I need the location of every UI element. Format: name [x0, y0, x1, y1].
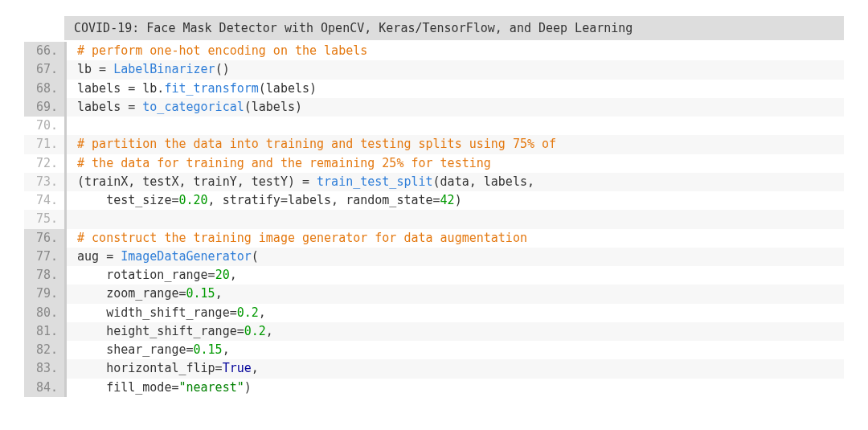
- code-token: (: [252, 249, 259, 264]
- code-token: labels = lb.: [77, 81, 164, 96]
- code-token: 0.2: [237, 305, 259, 320]
- code-content[interactable]: (trainX, testX, trainY, testY) = train_t…: [64, 173, 844, 191]
- code-line: 78. rotation_range=20,: [24, 266, 844, 285]
- code-token: 0.15: [186, 286, 215, 301]
- code-token: (trainX, testX, trainY, testY) =: [77, 174, 317, 189]
- code-token: 0.2: [244, 324, 266, 338]
- code-line: 66. # perform one-hot encoding on the la…: [24, 42, 844, 60]
- code-content[interactable]: zoom_range=0.15,: [64, 285, 844, 303]
- code-token: LabelBinarizer: [113, 62, 215, 76]
- code-line: 69. labels = to_categorical(labels): [24, 98, 844, 117]
- line-number: 78.: [24, 266, 64, 285]
- code-token: "nearest": [178, 380, 244, 395]
- code-token: # construct the training image generator…: [77, 231, 527, 245]
- code-block[interactable]: 66. # perform one-hot encoding on the la…: [24, 42, 844, 397]
- code-token: (data, labels,: [433, 174, 534, 189]
- code-content[interactable]: shear_range=0.15,: [64, 341, 844, 359]
- code-token: (labels): [259, 81, 317, 96]
- code-token: ,: [223, 342, 230, 357]
- code-token: shear_range=: [77, 342, 194, 357]
- code-line: 77. aug = ImageDataGenerator(: [24, 248, 844, 266]
- line-number: 75.: [24, 210, 64, 228]
- code-token: aug =: [77, 249, 121, 264]
- code-token: to_categorical: [142, 100, 244, 114]
- code-line: 74. test_size=0.20, stratify=labels, ran…: [24, 191, 844, 210]
- code-content[interactable]: labels = lb.fit_transform(labels): [64, 80, 844, 98]
- code-content[interactable]: test_size=0.20, stratify=labels, random_…: [64, 191, 844, 210]
- code-token: 0.15: [194, 342, 223, 357]
- code-token: ,: [215, 286, 223, 301]
- code-token: (): [215, 62, 230, 76]
- line-number: 72.: [24, 154, 64, 173]
- line-number: 66.: [24, 42, 64, 60]
- code-content[interactable]: # construct the training image generator…: [64, 229, 844, 248]
- code-token: 42: [440, 193, 455, 207]
- line-number: 74.: [24, 191, 64, 210]
- code-token: # perform one-hot encoding on the labels: [77, 43, 367, 58]
- line-number: 76.: [24, 229, 64, 248]
- code-token: ,: [259, 305, 266, 320]
- code-token: ,: [266, 324, 273, 338]
- code-content[interactable]: lb = LabelBinarizer(): [64, 60, 844, 79]
- code-line: 82. shear_range=0.15,: [24, 341, 844, 359]
- code-content[interactable]: [64, 210, 844, 228]
- code-token: fit_transform: [164, 81, 258, 96]
- code-line: 73. (trainX, testX, trainY, testY) = tra…: [24, 173, 844, 191]
- code-line: 83. horizontal_flip=True,: [24, 359, 844, 378]
- code-token: train_test_split: [317, 174, 433, 189]
- code-title-text: COVID-19: Face Mask Detector with OpenCV…: [74, 21, 633, 35]
- code-content[interactable]: [64, 117, 844, 135]
- code-token: ): [455, 193, 462, 207]
- code-token: test_size=: [77, 193, 178, 207]
- code-token: horizontal_flip=: [77, 361, 223, 375]
- code-token: width_shift_range=: [77, 305, 237, 320]
- line-number: 69.: [24, 98, 64, 117]
- code-token: lb =: [77, 62, 113, 76]
- code-content[interactable]: # perform one-hot encoding on the labels: [64, 42, 844, 60]
- code-line: 81. height_shift_range=0.2,: [24, 322, 844, 341]
- code-line: 67. lb = LabelBinarizer(): [24, 60, 844, 79]
- line-number: 84.: [24, 379, 64, 397]
- line-number: 83.: [24, 359, 64, 378]
- code-line: 71. # partition the data into training a…: [24, 135, 844, 154]
- code-content[interactable]: fill_mode="nearest"): [64, 379, 844, 397]
- code-token: ,: [252, 361, 259, 375]
- code-token: labels =: [77, 100, 142, 114]
- code-token: ImageDataGenerator: [121, 249, 252, 264]
- code-content[interactable]: horizontal_flip=True,: [64, 359, 844, 378]
- code-content[interactable]: # the data for training and the remainin…: [64, 154, 844, 173]
- line-number: 80.: [24, 304, 64, 322]
- line-number: 79.: [24, 285, 64, 303]
- code-token: , stratify=labels, random_state=: [208, 193, 440, 207]
- code-token: rotation_range=: [77, 268, 215, 282]
- code-content[interactable]: labels = to_categorical(labels): [64, 98, 844, 117]
- code-content[interactable]: width_shift_range=0.2,: [64, 304, 844, 322]
- code-line: 80. width_shift_range=0.2,: [24, 304, 844, 322]
- code-content[interactable]: aug = ImageDataGenerator(: [64, 248, 844, 266]
- line-number: 68.: [24, 80, 64, 98]
- code-token: 20: [215, 268, 230, 282]
- line-number: 71.: [24, 135, 64, 154]
- line-number: 81.: [24, 322, 64, 341]
- code-line: 84. fill_mode="nearest"): [24, 379, 844, 397]
- code-token: ): [244, 380, 252, 395]
- line-number: 70.: [24, 117, 64, 135]
- code-title-bar: COVID-19: Face Mask Detector with OpenCV…: [64, 16, 844, 40]
- line-number: 82.: [24, 341, 64, 359]
- code-token: fill_mode=: [77, 380, 178, 395]
- code-line: 68. labels = lb.fit_transform(labels): [24, 80, 844, 98]
- code-token: 0.20: [178, 193, 207, 207]
- code-content[interactable]: rotation_range=20,: [64, 266, 844, 285]
- code-line: 75.: [24, 210, 844, 228]
- code-content[interactable]: # partition the data into training and t…: [64, 135, 844, 154]
- code-content[interactable]: height_shift_range=0.2,: [64, 322, 844, 341]
- code-token: zoom_range=: [77, 286, 186, 301]
- line-number: 77.: [24, 248, 64, 266]
- code-token: (labels): [244, 100, 302, 114]
- code-token: ,: [230, 268, 237, 282]
- code-line: 76. # construct the training image gener…: [24, 229, 844, 248]
- code-line: 79. zoom_range=0.15,: [24, 285, 844, 303]
- code-token: # the data for training and the remainin…: [77, 156, 491, 170]
- code-token: True: [223, 361, 252, 375]
- line-number: 67.: [24, 60, 64, 79]
